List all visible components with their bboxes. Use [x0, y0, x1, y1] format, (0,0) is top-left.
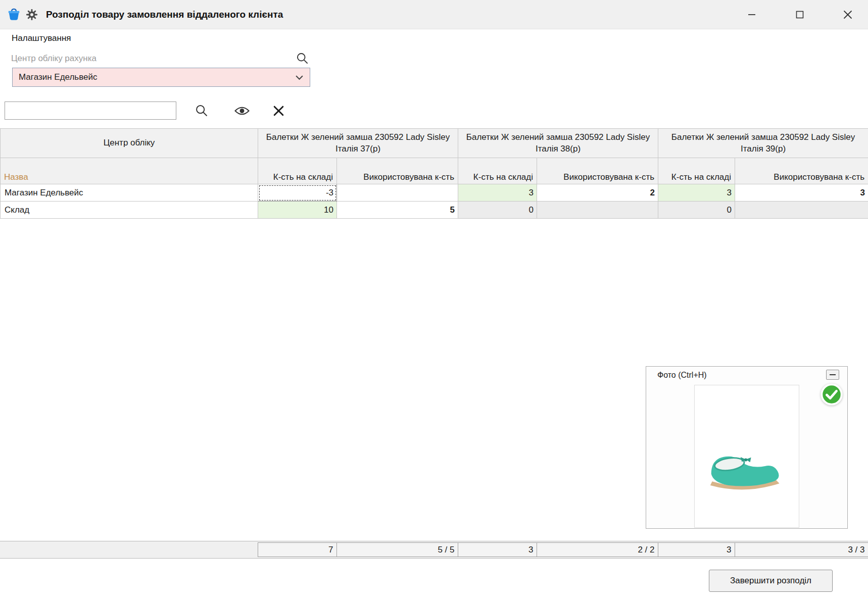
total-stock-3: 3 — [658, 543, 735, 557]
finish-allocation-button[interactable]: Завершити розподіл — [709, 570, 833, 592]
totals-row: 7 5 / 5 3 2 / 2 3 3 / 3 — [0, 542, 868, 557]
table-row: Склад 10 5 0 0 — [1, 202, 868, 219]
name-column-header: Назва — [1, 158, 258, 184]
stock-header-3: К-сть на складі — [658, 158, 735, 184]
account-center-search-icon[interactable] — [296, 52, 309, 67]
photo-panel: Фото (Ctrl+H) — [646, 366, 848, 529]
account-center-label: Центр обліку рахунка — [11, 54, 97, 64]
account-center-combobox[interactable]: Магазин Едельвейс — [12, 68, 310, 87]
minimize-icon[interactable] — [739, 4, 764, 26]
stock-cell[interactable]: 10 — [258, 202, 337, 219]
app-icon — [7, 8, 21, 21]
stock-cell[interactable]: 0 — [658, 202, 735, 219]
allocation-grid: Центр обліку Балетки Ж зелений замша 230… — [0, 128, 868, 219]
stock-header-1: К-сть на складі — [258, 158, 337, 184]
stock-cell[interactable]: 3 — [458, 184, 537, 202]
title-bar: Розподіл товару замовлення віддаленого к… — [0, 0, 868, 29]
used-cell[interactable]: 3 — [735, 184, 868, 202]
stock-header-2: К-сть на складі — [458, 158, 537, 184]
search-icon[interactable] — [195, 104, 209, 118]
chevron-down-icon[interactable] — [295, 75, 304, 80]
shoe-image — [699, 434, 795, 497]
menu-bar: Налаштування — [0, 29, 868, 47]
corner-header: Центр обліку — [1, 129, 258, 158]
photo-minimize-icon[interactable] — [826, 370, 839, 380]
table-row: Магазин Едельвейс -3 3 2 3 3 — [1, 184, 868, 202]
used-cell[interactable]: 2 — [537, 184, 658, 202]
product-header-3: Балетки Ж зелений замша 230592 Lady Sisl… — [658, 129, 868, 158]
total-stock-1: 7 — [258, 543, 336, 557]
search-input[interactable] — [5, 102, 176, 120]
check-icon — [820, 383, 843, 408]
window-controls — [716, 4, 868, 26]
row-name[interactable]: Склад — [1, 202, 258, 219]
used-header-1: Використовувана к-сть — [337, 158, 458, 184]
used-cell[interactable]: 5 — [337, 202, 458, 219]
product-header-1: Балетки Ж зелений замша 230592 Lady Sisl… — [258, 129, 458, 158]
bottom-bar: Завершити розподіл — [0, 559, 868, 603]
total-used-1: 5 / 5 — [336, 543, 458, 557]
photo-panel-title: Фото (Ctrl+H) — [657, 371, 707, 380]
grid-group-header-row: Центр обліку Балетки Ж зелений замша 230… — [1, 129, 868, 158]
eye-icon[interactable] — [234, 105, 250, 117]
account-center-value: Магазин Едельвейс — [19, 72, 295, 82]
totals-spacer — [0, 543, 258, 557]
totals-strip: 7 5 / 5 3 2 / 2 3 3 / 3 — [0, 541, 868, 559]
product-photo — [694, 385, 799, 528]
grid-sub-header-row: Назва К-сть на складі Використовувана к-… — [1, 158, 868, 184]
settings-gear-icon — [26, 9, 38, 21]
used-cell[interactable] — [537, 202, 658, 219]
used-header-3: Використовувана к-сть — [735, 158, 868, 184]
used-cell[interactable] — [337, 184, 458, 202]
account-center-block: Центр обліку рахунка — [0, 51, 868, 68]
window-title: Розподіл товару замовлення віддаленого к… — [46, 9, 283, 20]
row-name[interactable]: Магазин Едельвейс — [1, 184, 258, 202]
stock-cell[interactable]: 3 — [658, 184, 735, 202]
clear-icon[interactable] — [272, 105, 285, 117]
total-used-3: 3 / 3 — [735, 543, 868, 557]
stock-cell[interactable]: -3 — [258, 184, 337, 202]
total-used-2: 2 / 2 — [537, 543, 658, 557]
menu-item-settings[interactable]: Налаштування — [7, 31, 76, 45]
close-icon[interactable] — [835, 4, 860, 26]
used-header-2: Використовувана к-сть — [537, 158, 658, 184]
used-cell[interactable] — [735, 202, 868, 219]
table-search-row — [5, 101, 868, 120]
total-stock-2: 3 — [458, 543, 537, 557]
maximize-icon[interactable] — [787, 4, 812, 26]
stock-cell[interactable]: 0 — [458, 202, 537, 219]
product-header-2: Балетки Ж зелений замша 230592 Lady Sisl… — [458, 129, 658, 158]
